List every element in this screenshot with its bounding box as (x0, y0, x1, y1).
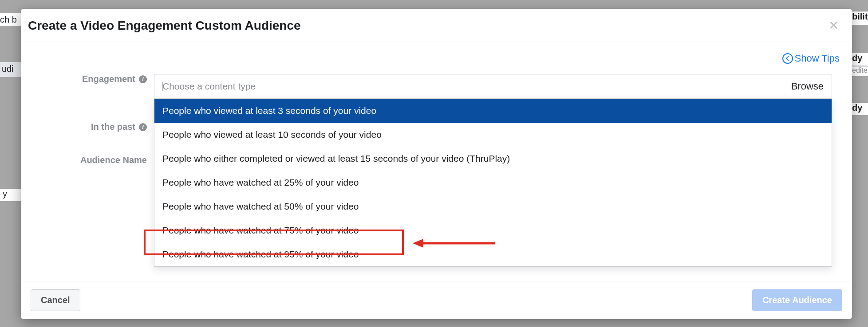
show-tips-link[interactable]: Show Tips (782, 53, 840, 64)
engagement-dropdown: People who viewed at least 3 seconds of … (154, 99, 832, 267)
dropdown-option[interactable]: People who viewed at least 3 seconds of … (154, 99, 832, 123)
modal-footer: Cancel Create Audience (21, 281, 852, 319)
browse-link[interactable]: Browse (791, 81, 824, 92)
in-the-past-label: In the past i (32, 122, 154, 132)
bg-text: udi (0, 62, 21, 77)
bg-text: edite (852, 66, 868, 76)
chevron-left-icon (782, 53, 793, 64)
create-audience-modal: Create a Video Engagement Custom Audienc… (21, 9, 852, 319)
dropdown-option[interactable]: People who have watched at 25% of your v… (154, 171, 832, 195)
dropdown-option[interactable]: People who viewed at least 10 seconds of… (154, 123, 832, 147)
bg-text: dy (852, 53, 868, 66)
bg-text: dy (852, 103, 868, 115)
dropdown-option[interactable]: People who have watched at 50% of your v… (154, 195, 832, 218)
show-tips-label: Show Tips (795, 53, 840, 64)
close-icon[interactable]: ✕ (829, 19, 839, 32)
bg-text: ch b (0, 13, 21, 26)
bg-text: y (0, 189, 21, 201)
dropdown-option[interactable]: People who have watched at 75% of your v… (154, 218, 832, 242)
engagement-label: Engagement i (32, 74, 154, 84)
modal-header: Create a Video Engagement Custom Audienc… (21, 9, 852, 42)
info-icon[interactable]: i (139, 123, 147, 131)
modal-title: Create a Video Engagement Custom Audienc… (28, 19, 301, 33)
create-audience-button[interactable]: Create Audience (752, 289, 842, 311)
dropdown-option[interactable]: People who have watched at 95% of your v… (154, 242, 832, 266)
engagement-row: Engagement i Choose a content type Brows… (32, 74, 841, 99)
info-icon[interactable]: i (139, 75, 147, 83)
bg-text: bilit (852, 12, 868, 25)
engagement-combo[interactable]: Choose a content type Browse (154, 74, 832, 99)
modal-body: Show Tips Engagement i Choose a content … (21, 42, 852, 281)
dropdown-option[interactable]: People who either completed or viewed at… (154, 147, 832, 171)
engagement-placeholder: Choose a content type (162, 81, 256, 92)
audience-name-label: Audience Name (32, 155, 154, 165)
cancel-button[interactable]: Cancel (31, 289, 80, 311)
